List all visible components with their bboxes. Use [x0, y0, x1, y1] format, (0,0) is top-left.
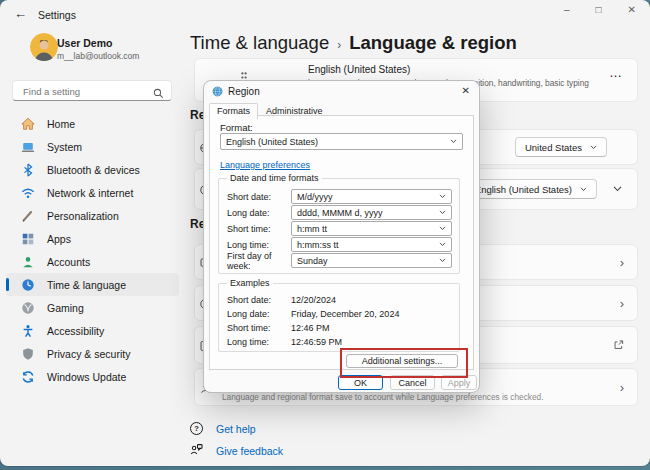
language-preferences-link[interactable]: Language preferences	[220, 160, 310, 170]
long-date-value: dddd, MMMM d, yyyy	[297, 208, 383, 218]
avatar[interactable]	[30, 33, 58, 61]
sidebar-item-privacy[interactable]: Privacy & security	[6, 342, 179, 365]
first-day-label: First day of week:	[227, 251, 291, 271]
breadcrumb-separator: ›	[337, 38, 341, 52]
person-icon	[20, 254, 35, 269]
sidebar-item-accounts[interactable]: Accounts	[6, 250, 179, 273]
settings-window: ← Settings – □ ✕ User Demo m__lab@outloo…	[0, 0, 650, 466]
sidebar-item-windows-update[interactable]: Windows Update	[6, 365, 179, 388]
apply-button[interactable]: Apply	[441, 375, 477, 390]
long-time-combobox[interactable]: h:mm:ss tt	[291, 237, 452, 252]
sidebar: User Demo m__lab@outlook.com Home System…	[0, 30, 185, 466]
tab-administrative[interactable]: Administrative	[258, 103, 331, 119]
sidebar-item-network[interactable]: Network & internet	[6, 181, 179, 204]
long-date-combobox[interactable]: dddd, MMMM d, yyyy	[291, 205, 452, 220]
maximize-icon[interactable]: □	[596, 4, 602, 15]
example-long-time-row: Long time: 12:46:59 PM	[227, 334, 452, 349]
give-feedback-link[interactable]: Give feedback	[190, 443, 283, 458]
breadcrumb: Time & language › Language & region	[190, 32, 517, 54]
sidebar-item-bluetooth[interactable]: Bluetooth & devices	[6, 158, 179, 181]
first-day-row: First day of week: Sunday	[227, 253, 452, 268]
sidebar-item-label: Accounts	[47, 256, 90, 268]
search-input[interactable]	[21, 83, 150, 100]
expand-chevron-icon[interactable]	[613, 186, 622, 192]
sidebar-item-personalization[interactable]: Personalization	[6, 204, 179, 227]
language-name: English (United States)	[308, 64, 589, 75]
additional-settings-button[interactable]: Additional settings...	[346, 354, 458, 368]
first-day-combobox[interactable]: Sunday	[291, 253, 452, 268]
sidebar-item-label: Bluetooth & devices	[47, 164, 140, 176]
short-date-combobox[interactable]: M/d/yyyy	[291, 189, 452, 204]
sidebar-item-system[interactable]: System	[6, 135, 179, 158]
region-dialog: Region ✕ Formats Administrative Format: …	[203, 80, 480, 393]
give-feedback-label: Give feedback	[216, 445, 283, 457]
long-date-label: Long date:	[227, 208, 291, 218]
formats-tab-page: Format: English (United States) Language…	[209, 115, 474, 370]
sidebar-item-label: Personalization	[47, 210, 119, 222]
cancel-button[interactable]: Cancel	[390, 375, 435, 390]
regional-format-value: English (United States)	[475, 184, 572, 195]
example-long-date-label: Long date:	[227, 309, 291, 319]
country-dropdown[interactable]: United States	[515, 137, 607, 157]
format-combobox[interactable]: English (United States)	[220, 133, 463, 150]
sidebar-item-label: Accessibility	[47, 325, 104, 337]
sidebar-item-time-language[interactable]: Time & language	[6, 273, 179, 296]
sidebar-item-accessibility[interactable]: Accessibility	[6, 319, 179, 342]
short-time-row: Short time: h:mm tt	[227, 221, 452, 236]
sidebar-item-home[interactable]: Home	[6, 112, 179, 135]
dialog-tabs: Formats Administrative	[209, 103, 331, 119]
example-long-date-value: Friday, December 20, 2024	[291, 309, 399, 319]
system-icon	[20, 139, 35, 154]
user-email: m__lab@outlook.com	[57, 51, 139, 61]
datetime-formats-group: Date and time formats Short date: M/d/yy…	[218, 178, 460, 274]
sidebar-item-label: Gaming	[47, 302, 84, 314]
titlebar: ← Settings – □ ✕	[0, 0, 650, 30]
sidebar-item-label: Network & internet	[47, 187, 133, 199]
get-help-label: Get help	[216, 423, 256, 435]
accessibility-icon	[20, 323, 35, 338]
breadcrumb-parent[interactable]: Time & language	[190, 32, 329, 54]
help-icon: ?	[190, 422, 203, 435]
short-time-label: Short time:	[227, 224, 291, 234]
long-time-value: h:mm:ss tt	[297, 240, 339, 250]
short-date-label: Short date:	[227, 192, 291, 202]
get-help-link[interactable]: ? Get help	[190, 422, 256, 435]
account-sync-note: Language and regional format save to acc…	[222, 392, 544, 402]
format-value: English (United States)	[226, 137, 318, 147]
short-time-combobox[interactable]: h:mm tt	[291, 221, 452, 236]
example-short-time-label: Short time:	[227, 323, 291, 333]
dialog-close-icon[interactable]: ✕	[462, 85, 470, 96]
minimize-icon[interactable]: –	[564, 4, 570, 15]
ok-button[interactable]: OK	[338, 375, 383, 390]
more-options-icon[interactable]: …	[609, 65, 623, 80]
sidebar-item-label: System	[47, 141, 82, 153]
example-short-date-label: Short date:	[227, 295, 291, 305]
short-date-row: Short date: M/d/yyyy	[227, 189, 452, 204]
back-icon[interactable]: ←	[14, 6, 27, 21]
close-icon[interactable]: ✕	[628, 4, 636, 15]
feedback-icon	[190, 443, 203, 458]
example-short-time-value: 12:46 PM	[291, 323, 330, 333]
shield-icon	[20, 346, 35, 361]
external-link-icon	[613, 340, 624, 351]
format-label: Format:	[220, 122, 253, 133]
user-name: User Demo	[57, 37, 112, 49]
country-value: United States	[525, 142, 582, 153]
page-title: Language & region	[349, 32, 517, 54]
window-title: Settings	[38, 9, 76, 21]
dialog-title: Region	[228, 86, 260, 97]
examples-group-heading: Examples	[227, 278, 273, 288]
example-long-date-row: Long date: Friday, December 20, 2024	[227, 306, 452, 321]
search-box	[12, 80, 172, 101]
examples-group: Examples Short date: 12/20/2024 Long dat…	[218, 283, 460, 352]
sidebar-item-label: Privacy & security	[47, 348, 130, 360]
short-date-value: M/d/yyyy	[297, 192, 333, 202]
first-day-value: Sunday	[297, 256, 328, 266]
brush-icon	[20, 208, 35, 223]
example-long-time-label: Long time:	[227, 337, 291, 347]
sidebar-item-gaming[interactable]: Gaming	[6, 296, 179, 319]
sidebar-item-apps[interactable]: Apps	[6, 227, 179, 250]
chevron-right-icon: ›	[620, 296, 624, 311]
tab-formats[interactable]: Formats	[209, 103, 258, 119]
regional-format-dropdown[interactable]: English (United States)	[465, 179, 597, 199]
